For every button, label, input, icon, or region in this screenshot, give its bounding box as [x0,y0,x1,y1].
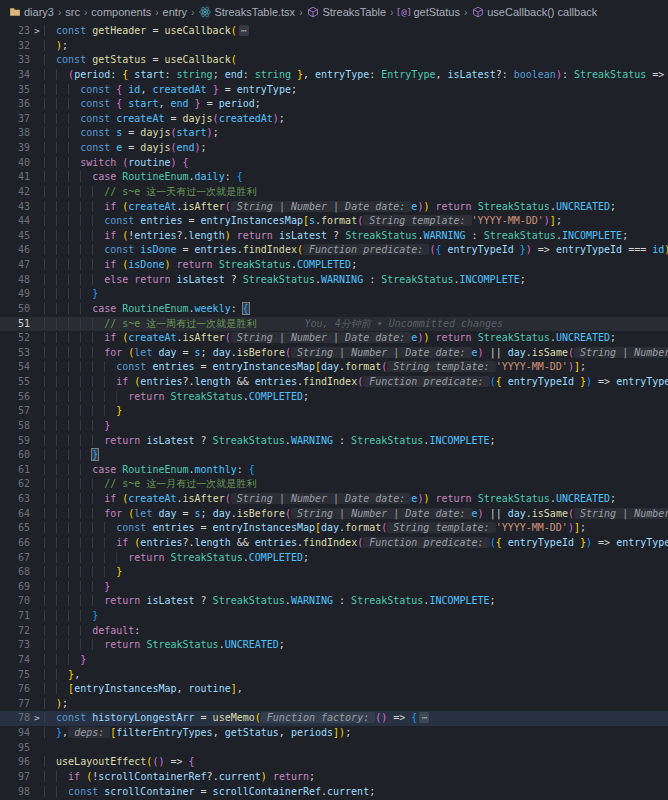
line-number[interactable]: 39 [0,141,30,156]
code-line[interactable]: 55 if (entries?.length && entries.findIn… [0,375,668,390]
line-number[interactable]: 41 [0,170,30,185]
line-number[interactable]: 68 [0,565,30,580]
line-number[interactable]: 72 [0,624,30,639]
code-line[interactable]: 49 } [0,287,668,302]
code-line[interactable]: 70 return isLatest ? StreakStatus.WARNIN… [0,594,668,609]
code-line[interactable]: 73 return StreakStatus.UNCREATED; [0,638,668,653]
line-number[interactable]: 64 [0,507,30,522]
code-line[interactable]: 44 const entries = entryInstancesMap[s.f… [0,214,668,229]
line-number[interactable]: 77 [0,697,30,712]
line-number[interactable]: 76 [0,682,30,697]
line-number[interactable]: 36 [0,97,30,112]
line-number[interactable]: 75 [0,668,30,683]
line-number[interactable]: 74 [0,653,30,668]
line-number[interactable]: 58 [0,419,30,434]
code-line[interactable]: 43 if (createAt.isAfter( String | Number… [0,200,668,215]
code-line[interactable]: 60 } [0,448,668,463]
line-number[interactable]: 57 [0,404,30,419]
breadcrumb-item[interactable]: [@]getStatus [397,6,459,19]
code-line[interactable]: 45 if (!entries?.length) return isLatest… [0,229,668,244]
line-number[interactable]: 73 [0,638,30,653]
line-number[interactable]: 48 [0,273,30,288]
line-number[interactable]: 63 [0,492,30,507]
code-line[interactable]: 54 const entries = entryInstancesMap[day… [0,360,668,375]
line-number[interactable]: 44 [0,214,30,229]
line-number[interactable]: 51 [0,317,30,332]
line-number[interactable]: 78 [0,711,30,726]
line-number[interactable]: 37 [0,112,30,127]
code-line[interactable]: 39 const e = dayjs(end); [0,141,668,156]
line-number[interactable]: 40 [0,156,30,171]
line-number[interactable]: 53 [0,346,30,361]
fold-chevron-icon[interactable]: > [30,24,44,39]
code-line[interactable]: 61 case RoutineEnum.monthly: { [0,463,668,478]
line-number[interactable]: 45 [0,229,30,244]
code-line[interactable]: 68 } [0,565,668,580]
breadcrumb-item[interactable]: components [91,6,151,18]
code-line[interactable]: 23> const getHeader = useCallback(⋯ [0,24,668,39]
breadcrumb-item[interactable]: diary3 [8,6,54,19]
code-line[interactable]: 74 } [0,653,668,668]
line-number[interactable]: 56 [0,390,30,405]
line-number[interactable]: 32 [0,39,30,54]
code-line[interactable]: 47 if (isDone) return StreakStatus.COMPL… [0,258,668,273]
code-line[interactable]: 62 // s~e 这一月有过一次就是胜利 [0,477,668,492]
code-line[interactable]: 52 if (createAt.isAfter( String | Number… [0,331,668,346]
code-line[interactable]: 41 case RoutineEnum.daily: { [0,170,668,185]
line-number[interactable]: 49 [0,287,30,302]
code-area[interactable]: 23> const getHeader = useCallback(⋯32 );… [0,24,668,799]
code-line[interactable]: 76 [entryInstancesMap, routine], [0,682,668,697]
line-number[interactable]: 65 [0,521,30,536]
code-line[interactable]: 33 const getStatus = useCallback( [0,53,668,68]
code-line[interactable]: 56 return StreakStatus.COMPLETED; [0,390,668,405]
line-number[interactable]: 54 [0,360,30,375]
code-line[interactable]: 78> const historyLongestArr = useMemo( F… [0,711,668,726]
line-number[interactable]: 66 [0,536,30,551]
code-line[interactable]: 37 const createAt = dayjs(createdAt); [0,112,668,127]
line-number[interactable]: 55 [0,375,30,390]
code-line[interactable]: 64 for (let day = s; day.isBefore( Strin… [0,507,668,522]
code-line[interactable]: 40 switch (routine) { [0,156,668,171]
code-line[interactable]: 35 const { id, createdAt } = entryType; [0,83,668,98]
code-line[interactable]: 67 return StreakStatus.COMPLETED; [0,551,668,566]
code-line[interactable]: 97 if (!scrollContainerRef?.current) ret… [0,770,668,785]
line-number[interactable]: 50 [0,302,30,317]
line-number[interactable]: 59 [0,434,30,449]
code-line[interactable]: 59 return isLatest ? StreakStatus.WARNIN… [0,434,668,449]
code-line[interactable]: 63 if (createAt.isAfter( String | Number… [0,492,668,507]
code-line[interactable]: 53 for (let day = s; day.isBefore( Strin… [0,346,668,361]
code-line[interactable]: 98 const scrollContainer = scrollContain… [0,785,668,800]
code-line[interactable]: 42 // s~e 这一天有过一次就是胜利 [0,185,668,200]
line-number[interactable]: 46 [0,243,30,258]
line-number[interactable]: 42 [0,185,30,200]
line-number[interactable]: 70 [0,594,30,609]
fold-chevron-icon[interactable]: > [30,711,44,726]
code-line[interactable]: 34 (period: { start: string; end: string… [0,68,668,83]
code-line[interactable]: 94 }, deps: [filterEntryTypes, getStatus… [0,726,668,741]
line-number[interactable]: 61 [0,463,30,478]
code-line[interactable]: 36 const { start, end } = period; [0,97,668,112]
code-line[interactable]: 51 // s~e 这一周有过一次就是胜利 You, 4分钟前 • Uncomm… [0,317,668,332]
code-line[interactable]: 65 const entries = entryInstancesMap[day… [0,521,668,536]
code-line[interactable]: 96 useLayoutEffect(() => { [0,755,668,770]
code-line[interactable]: 77 ); [0,697,668,712]
code-line[interactable]: 50 case RoutineEnum.weekly: { [0,302,668,317]
line-number[interactable]: 52 [0,331,30,346]
breadcrumb-item[interactable]: useCallback() callback [471,6,597,19]
code-line[interactable]: 38 const s = dayjs(start); [0,126,668,141]
code-line[interactable]: 72 default: [0,624,668,639]
code-line[interactable]: 66 if (entries?.length && entries.findIn… [0,536,668,551]
line-number[interactable]: 97 [0,770,30,785]
line-number[interactable]: 34 [0,68,30,83]
breadcrumb-item[interactable]: StreaksTable [306,6,386,19]
code-line[interactable]: 69 } [0,580,668,595]
code-line[interactable]: 71 } [0,609,668,624]
breadcrumb-item[interactable]: StreaksTable.tsx [198,6,295,19]
code-line[interactable]: 57 } [0,404,668,419]
line-number[interactable]: 33 [0,53,30,68]
line-number[interactable]: 94 [0,726,30,741]
line-number[interactable]: 95 [0,741,30,756]
line-number[interactable]: 67 [0,551,30,566]
line-number[interactable]: 35 [0,83,30,98]
breadcrumb-item[interactable]: src [65,6,80,18]
